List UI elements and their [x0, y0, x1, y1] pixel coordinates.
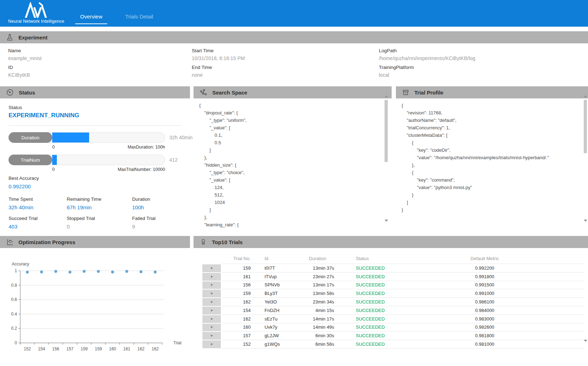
flask-icon [6, 34, 13, 41]
trial-profile-section-header: Trial Profile [396, 86, 588, 98]
expand-row-button[interactable]: + [202, 281, 221, 289]
cell-status: SUCCEEDED [334, 273, 412, 281]
cell-default-metric: 0.991000 [412, 289, 557, 297]
cell-duration: 4min 15s [295, 306, 334, 314]
stat-stopped-trial: Stopped Trial 0 [67, 216, 95, 230]
scroll-down-arrow[interactable] [584, 220, 587, 222]
scroll-up-arrow[interactable] [584, 95, 587, 97]
scatter-plot-icon [6, 238, 13, 246]
scrollbar-thumb[interactable] [584, 100, 587, 153]
scatter-point[interactable] [54, 270, 57, 273]
section-title: Status [19, 90, 35, 96]
scrollbar-thumb[interactable] [385, 100, 388, 162]
experiment-column-3: LogPath /home/quzha/nni/experiments/KCiB… [379, 48, 475, 81]
duration-bar-label: Duration [9, 132, 52, 143]
stat-duration: Duration 100h [132, 197, 150, 210]
molecule-icon [200, 88, 207, 96]
expand-row-button[interactable]: + [202, 324, 221, 332]
top-navigation-bar: Neural Network Intelligence Overview Tri… [0, 0, 588, 27]
cell-trial-no: 152 [222, 340, 251, 348]
cell-id: Yel3O [251, 298, 295, 306]
cell-status: SUCCEEDED [334, 289, 412, 297]
section-title: Search Space [212, 90, 247, 96]
search-space-json: { "dropout_rate": { "_type": "uniform", … [199, 100, 379, 228]
stat-value: 9 [132, 224, 156, 230]
scatter-point[interactable] [26, 271, 29, 274]
cell-id: t0I7T [251, 264, 295, 272]
cell-duration: 23min 34s [295, 298, 334, 306]
expand-row-button[interactable]: + [202, 332, 221, 340]
experiment-section-header: Experiment [0, 31, 588, 43]
expand-row-button[interactable]: + [202, 298, 221, 306]
search-space-code-panel: { "dropout_rate": { "_type": "uniform", … [199, 100, 379, 232]
section-title: Optimization Progress [18, 239, 75, 245]
expand-row-button[interactable]: + [202, 307, 221, 314]
stat-value: 403 [9, 224, 38, 230]
y-axis-tick-label: 0.2 [11, 326, 17, 331]
cell-empty [557, 340, 584, 348]
duration-bar-fill [52, 133, 89, 142]
cell-trial-no: 159 [222, 289, 251, 297]
trialnum-bar-label: TrialNum [9, 155, 52, 165]
cell-trial-no: 162 [222, 298, 251, 306]
stat-time-spent: Time Spent 32h 40min [9, 197, 33, 210]
gauge-icon [6, 88, 14, 96]
field-value: KCiBytKB [8, 72, 42, 78]
cell-id: SPNVb [251, 281, 295, 289]
cell-duration: 13min 37s [295, 264, 334, 272]
table-row: +159BLy3T13min 58sSUCCEEDED0.991000 [194, 289, 588, 298]
expand-row-button[interactable]: + [202, 273, 221, 281]
scatter-point[interactable] [154, 270, 157, 273]
scatter-point[interactable] [83, 270, 86, 273]
bar-max: MaxDuration: 100h [127, 145, 165, 150]
scatter-point[interactable] [97, 270, 100, 273]
stat-failed-trial: Failed Trial 9 [132, 216, 156, 230]
scatter-point[interactable] [125, 270, 128, 273]
tab-trials-detail[interactable]: Trials Detail [124, 14, 155, 23]
expand-row-button[interactable]: + [202, 290, 221, 297]
field-value: example_mnist [8, 55, 42, 61]
cell-status: SUCCEEDED [334, 298, 412, 306]
scroll-down-arrow[interactable] [385, 220, 388, 222]
section-title: Experiment [18, 34, 48, 41]
cell-empty [557, 273, 584, 281]
table-row: +154FnDZH4min 15sSUCCEEDED0.984000 [194, 306, 588, 315]
table-row: +152g1WQs6min 56sSUCCEEDED0.981000 [194, 340, 588, 349]
x-axis-title: Trial [173, 340, 181, 345]
cell-id: gL2JW [251, 332, 295, 340]
divider [9, 125, 182, 126]
experiment-column-2: Start Time 10/31/2018, 8:16:15 PM End Ti… [192, 48, 245, 81]
cell-default-metric: 0.992200 [412, 264, 557, 272]
cell-default-metric: 0.983000 [412, 315, 557, 323]
tab-overview[interactable]: Overview [75, 14, 107, 24]
expand-row-button[interactable]: + [202, 264, 221, 272]
cell-default-metric: 0.982600 [412, 323, 557, 332]
optimization-section-header: Optimization Progress [0, 236, 190, 248]
stat-value: 32h 40min [9, 204, 33, 210]
scatter-point[interactable] [140, 270, 142, 273]
expand-row-button[interactable]: + [202, 340, 221, 348]
scatter-point[interactable] [40, 270, 43, 273]
stat-label: Time Spent [9, 197, 33, 202]
stat-value: 100h [132, 204, 150, 210]
cell-default-metric: 0.984000 [412, 306, 557, 314]
archive-box-icon [402, 89, 409, 96]
stat-label: Stopped Trial [67, 216, 95, 221]
scatter-point[interactable] [111, 270, 114, 273]
stat-value: 0 [67, 224, 95, 230]
cell-default-metric: 0.991500 [412, 281, 557, 289]
cell-status: SUCCEEDED [334, 315, 412, 323]
scroll-up-arrow[interactable] [385, 95, 388, 97]
scatter-point[interactable] [69, 270, 71, 273]
x-axis-tick-label: 152 [24, 346, 31, 351]
stat-label: Succeed Trial [9, 216, 38, 221]
field-label: Start Time [192, 48, 245, 53]
table-row: +159t0I7T13min 37sSUCCEEDED0.992200 [194, 264, 588, 273]
cell-status: SUCCEEDED [334, 281, 412, 289]
cell-duration: 6min 56s [295, 340, 334, 348]
cell-id: ITVup [251, 273, 295, 281]
field-value: /home/quzha/nni/experiments/KCiBytKB/log [379, 55, 475, 61]
top10-trials-table: Trial No. Id Duration Status Default Met… [194, 253, 588, 349]
expand-row-button[interactable]: + [202, 315, 221, 323]
cell-duration: 14min 49s [295, 323, 334, 332]
